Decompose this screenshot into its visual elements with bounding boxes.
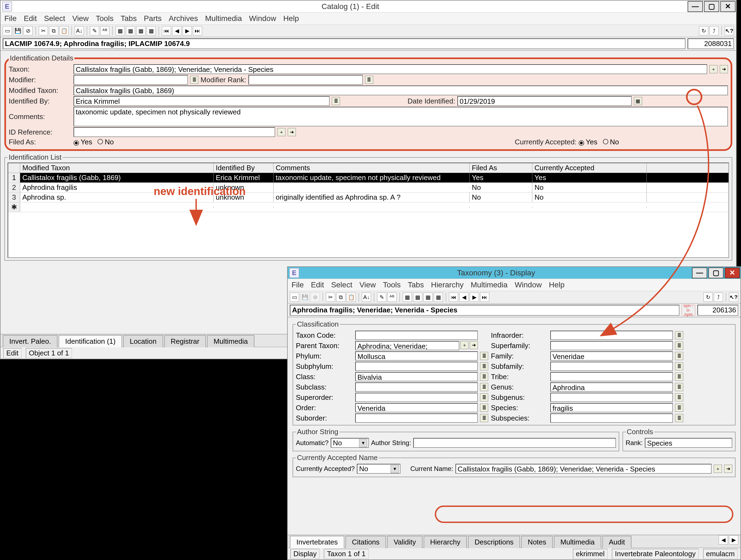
col-currently-accepted[interactable]: Currently Accepted <box>532 163 647 173</box>
current-name-link-icon[interactable]: ➜ <box>724 465 732 473</box>
currently-accepted-no-radio[interactable]: No <box>603 138 619 146</box>
filed-as-yes-radio[interactable]: Yes <box>74 138 92 146</box>
new-icon[interactable] <box>3 26 12 36</box>
currently-accepted-yes-radio[interactable]: Yes <box>579 138 597 146</box>
menu-item[interactable]: Edit <box>24 14 37 23</box>
catalog-titlebar[interactable]: E Catalog (1) - Edit — ▢ ✕ <box>1 1 736 12</box>
taxonomy-titlebar[interactable]: E Taxonomy (3) - Display — ▢ ✕ <box>288 267 740 279</box>
author-string-field[interactable] <box>413 438 616 448</box>
id-reference-add-icon[interactable]: ＋ <box>277 128 285 136</box>
minimize-button[interactable]: — <box>692 268 707 278</box>
menu-item[interactable]: Hierarchy <box>431 281 464 289</box>
picker-icon[interactable]: ≣ <box>480 393 488 402</box>
grid1-icon[interactable]: ▦ <box>116 26 125 36</box>
table-row[interactable]: 2 Aphrodina fragilis unknown No No <box>8 183 729 193</box>
first-record-icon[interactable] <box>449 292 458 302</box>
menu-item[interactable]: Select <box>331 281 352 289</box>
cancel-icon[interactable] <box>23 26 33 36</box>
grid3-icon[interactable]: ▦ <box>136 26 145 36</box>
prev-record-icon[interactable] <box>172 26 182 36</box>
modifier-field[interactable] <box>74 75 188 85</box>
col-comments[interactable]: Comments <box>273 163 470 173</box>
picker-icon[interactable]: ≣ <box>675 342 683 350</box>
picker-icon[interactable]: ≣ <box>480 414 488 422</box>
subclass-field[interactable] <box>355 382 478 392</box>
id-reference-field[interactable] <box>74 127 275 137</box>
tab-location[interactable]: Location <box>123 335 163 347</box>
tab-hierarchy[interactable]: Hierarchy <box>424 536 467 548</box>
modifier-rank-field[interactable] <box>249 75 363 85</box>
menu-item[interactable]: Tools <box>383 281 400 289</box>
picker-icon[interactable]: ≣ <box>675 331 683 339</box>
menu-item[interactable]: View <box>359 281 376 289</box>
date-picker-icon[interactable]: ▦ <box>634 97 642 105</box>
spellcheck-icon[interactable]: ᴬᴮ <box>387 292 397 302</box>
current-name-field[interactable]: Callistalox fragilis (Gabb, 1869); Vener… <box>456 464 712 474</box>
parent-add-icon[interactable]: ＋ <box>460 341 469 349</box>
superfamily-field[interactable] <box>550 341 673 350</box>
subfamily-field[interactable] <box>550 362 673 371</box>
subgenus-field[interactable] <box>550 393 673 402</box>
tabs-scroll-right-icon[interactable] <box>729 535 738 545</box>
phylum-field[interactable]: Mollusca <box>355 351 478 361</box>
current-name-add-icon[interactable]: ＋ <box>714 465 722 473</box>
picker-icon[interactable]: ≣ <box>480 352 488 360</box>
modifier-picker-icon[interactable]: ≣ <box>190 76 198 84</box>
maximize-button[interactable]: ▢ <box>704 1 719 12</box>
tab-registrar[interactable]: Registrar <box>164 335 206 347</box>
tab-descriptions[interactable]: Descriptions <box>468 536 520 548</box>
paste-icon[interactable]: 📋 <box>59 26 69 36</box>
maximize-button[interactable]: ▢ <box>708 268 724 278</box>
family-field[interactable]: Veneridae <box>550 351 673 361</box>
tabs-scroll-left-icon[interactable] <box>719 535 728 545</box>
menu-item[interactable]: Tools <box>95 14 113 23</box>
taxon-code-field[interactable] <box>355 331 478 340</box>
picker-icon[interactable]: ≣ <box>675 414 683 422</box>
identified-by-field[interactable]: Erica Krimmel <box>74 96 330 106</box>
tab-invert-paleo[interactable]: Invert. Paleo. <box>3 335 58 347</box>
rank-field[interactable]: Species <box>645 438 732 448</box>
menu-item[interactable]: Edit <box>311 281 324 289</box>
copy-icon[interactable]: ⧉ <box>336 292 345 302</box>
save-icon[interactable] <box>13 26 22 36</box>
species-field[interactable]: fragilis <box>550 403 673 412</box>
help-icon[interactable]: ↖? <box>729 292 738 302</box>
link-icon[interactable]: ⤴ <box>710 26 719 36</box>
grid4-icon[interactable]: ▦ <box>434 292 443 302</box>
sort-icon[interactable]: A↓ <box>362 292 371 302</box>
copy-icon[interactable]: ⧉ <box>49 26 58 36</box>
menu-item[interactable]: Help <box>549 281 565 289</box>
cut-icon[interactable]: ✂ <box>326 292 335 302</box>
grid1-icon[interactable]: ▦ <box>403 292 412 302</box>
picker-icon[interactable]: ≣ <box>480 372 488 381</box>
picker-icon[interactable]: ≣ <box>480 404 488 412</box>
parent-taxon-field[interactable]: Aphrodina; Veneridae; Venerida - Ger <box>355 341 459 350</box>
parent-link-icon[interactable]: ➜ <box>470 341 478 349</box>
help-icon[interactable]: ↖? <box>725 26 734 36</box>
save-icon[interactable] <box>300 292 310 302</box>
automatic-select[interactable]: No <box>331 438 369 448</box>
menu-item[interactable]: File <box>4 14 17 23</box>
grid4-icon[interactable]: ▦ <box>147 26 156 36</box>
menu-item[interactable]: View <box>72 14 88 23</box>
subphylum-field[interactable] <box>355 362 478 371</box>
picker-icon[interactable]: ≣ <box>675 393 683 402</box>
taxon-add-icon[interactable]: ＋ <box>710 65 718 73</box>
minimize-button[interactable]: — <box>688 1 703 12</box>
table-row[interactable]: ✱ <box>8 202 729 212</box>
refresh-icon[interactable]: ↻ <box>699 26 708 36</box>
superorder-field[interactable] <box>355 393 478 402</box>
picker-icon[interactable]: ≣ <box>675 383 683 391</box>
tab-invertebrates[interactable]: Invertebrates <box>290 536 344 548</box>
grid2-icon[interactable]: ▦ <box>126 26 135 36</box>
taxonomy-title-field[interactable]: Aphrodina fragilis; Veneridae; Venerida … <box>290 305 679 316</box>
picker-icon[interactable]: ≣ <box>675 404 683 412</box>
refresh-icon[interactable]: ↻ <box>703 292 713 302</box>
id-reference-link-icon[interactable]: ➜ <box>288 128 296 136</box>
date-identified-field[interactable]: 01/29/2019 <box>457 96 632 106</box>
edit-icon[interactable]: ✎ <box>377 292 386 302</box>
next-record-icon[interactable] <box>183 26 192 36</box>
last-record-icon[interactable] <box>480 292 489 302</box>
spellcheck-icon[interactable]: ᴬᴮ <box>100 26 110 36</box>
edit-icon[interactable]: ✎ <box>90 26 99 36</box>
